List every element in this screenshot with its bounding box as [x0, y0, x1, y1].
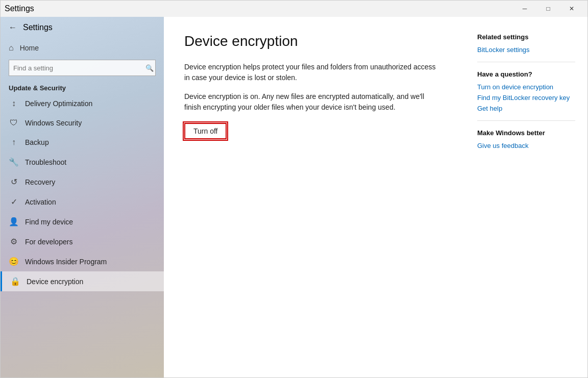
search-icon: 🔍	[145, 64, 154, 72]
sidebar-item-label: For developers	[25, 238, 72, 246]
sidebar-item-label: Troubleshoot	[25, 158, 66, 166]
activation-icon: ✓	[9, 197, 19, 207]
find-my-device-icon: 👤	[9, 217, 19, 226]
windows-security-icon: 🛡	[9, 118, 19, 128]
sidebar-item-label: Backup	[25, 138, 49, 146]
sidebar: ← Settings ⌂ Home 🔍 Update & Security ↕ …	[1, 17, 164, 377]
bitlocker-settings-link[interactable]: BitLocker settings	[477, 46, 575, 54]
titlebar-left: Settings	[5, 4, 34, 13]
related-settings-title: Related settings	[477, 33, 575, 41]
sidebar-item-activation[interactable]: ✓ Activation	[1, 192, 164, 212]
make-windows-better-title: Make Windows better	[477, 129, 575, 137]
turn-on-encryption-link[interactable]: Turn on device encryption	[477, 83, 575, 91]
sidebar-item-delivery-optimization[interactable]: ↕ Delivery Optimization	[1, 94, 164, 113]
for-developers-icon: ⚙	[9, 237, 19, 246]
search-icon-button[interactable]: 🔍	[145, 64, 154, 72]
home-label: Home	[20, 44, 39, 52]
sidebar-item-troubleshoot[interactable]: 🔧 Troubleshoot	[1, 152, 164, 172]
divider-2	[477, 120, 575, 121]
sidebar-item-label: Recovery	[25, 178, 55, 186]
back-icon: ←	[9, 23, 17, 32]
search-box: 🔍	[9, 60, 156, 76]
turn-off-button[interactable]: Turn off	[184, 123, 227, 139]
minimize-button[interactable]: ─	[513, 1, 536, 17]
device-encryption-icon: 🔒	[10, 276, 20, 286]
sidebar-item-label: Windows Insider Program	[25, 258, 107, 266]
sidebar-section-title: Update & Security	[1, 80, 164, 94]
page-title: Device encryption	[184, 33, 445, 49]
back-button[interactable]: ← Settings	[1, 17, 164, 38]
sidebar-item-label: Find my device	[25, 218, 73, 226]
right-panel: Related settings BitLocker settings Have…	[465, 17, 587, 377]
home-icon: ⌂	[9, 43, 14, 53]
delivery-optimization-icon: ↕	[9, 99, 19, 108]
titlebar: Settings ─ □ ✕	[1, 1, 587, 17]
content-area: ← Settings ⌂ Home 🔍 Update & Security ↕ …	[1, 17, 587, 377]
titlebar-label: Settings	[23, 23, 53, 32]
windows-insider-icon: 😊	[9, 257, 19, 266]
divider-1	[477, 62, 575, 62]
description-1: Device encryption helps protect your fil…	[184, 62, 439, 83]
recovery-icon: ↺	[9, 177, 19, 187]
sidebar-item-find-my-device[interactable]: 👤 Find my device	[1, 212, 164, 232]
main-content: Device encryption Device encryption help…	[164, 17, 465, 377]
description-2: Device encryption is on. Any new files a…	[184, 91, 439, 113]
give-feedback-link[interactable]: Give us feedback	[477, 142, 575, 149]
backup-icon: ↑	[9, 138, 19, 147]
sidebar-item-recovery[interactable]: ↺ Recovery	[1, 172, 164, 192]
sidebar-item-windows-security[interactable]: 🛡 Windows Security	[1, 113, 164, 133]
have-a-question-title: Have a question?	[477, 70, 575, 78]
titlebar-title: Settings	[5, 4, 34, 13]
sidebar-item-device-encryption[interactable]: 🔒 Device encryption	[1, 271, 164, 291]
search-input[interactable]	[9, 60, 156, 76]
troubleshoot-icon: 🔧	[9, 157, 19, 167]
get-help-link[interactable]: Get help	[477, 105, 575, 112]
sidebar-item-label: Device encryption	[27, 278, 83, 286]
sidebar-item-home[interactable]: ⌂ Home	[1, 38, 164, 58]
find-bitlocker-recovery-key-link[interactable]: Find my BitLocker recovery key	[477, 94, 575, 102]
sidebar-item-label: Delivery Optimization	[25, 99, 92, 108]
sidebar-item-windows-insider-program[interactable]: 😊 Windows Insider Program	[1, 251, 164, 271]
maximize-button[interactable]: □	[536, 1, 560, 17]
sidebar-item-for-developers[interactable]: ⚙ For developers	[1, 232, 164, 251]
sidebar-item-backup[interactable]: ↑ Backup	[1, 133, 164, 152]
sidebar-item-label: Activation	[25, 198, 56, 206]
sidebar-item-label: Windows Security	[25, 119, 82, 127]
titlebar-buttons: ─ □ ✕	[513, 1, 583, 17]
settings-window: Settings ─ □ ✕ ← Settings ⌂ Home	[0, 0, 588, 378]
close-button[interactable]: ✕	[560, 1, 583, 17]
